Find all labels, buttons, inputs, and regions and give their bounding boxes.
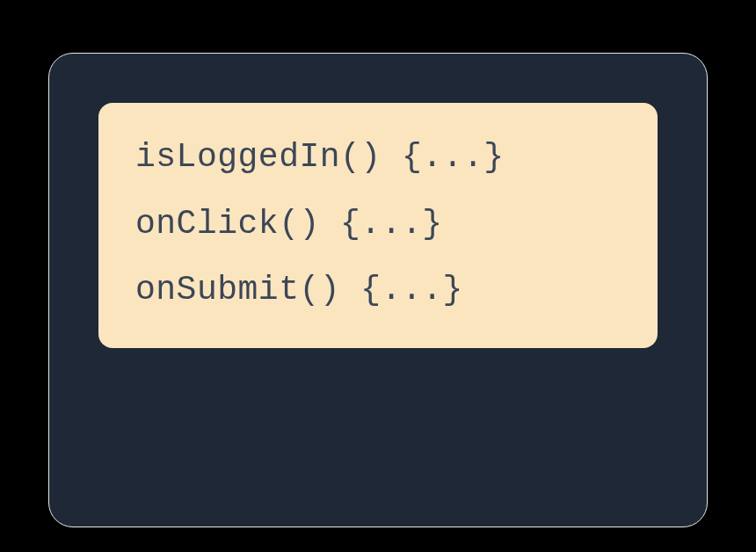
code-panel: isLoggedIn() {...} onClick() {...} onSub… <box>48 53 708 527</box>
code-block: isLoggedIn() {...} onClick() {...} onSub… <box>98 103 658 348</box>
code-line: onSubmit() {...} <box>135 271 621 309</box>
code-line: isLoggedIn() {...} <box>135 138 621 177</box>
code-line: onClick() {...} <box>135 205 621 243</box>
